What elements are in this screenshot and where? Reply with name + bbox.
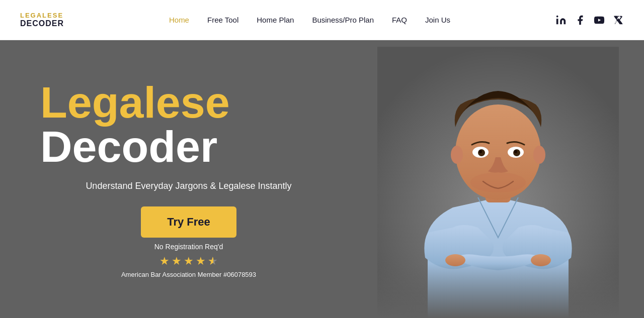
nav-home-plan[interactable]: Home Plan <box>257 16 294 24</box>
star-1: ★ <box>159 255 170 268</box>
hero-subtitle: Understand Everyday Jargons & Legalese I… <box>40 181 337 191</box>
hero-person-image <box>352 40 644 318</box>
hero-section: Legalese Decoder Understand Everyday Jar… <box>0 40 644 318</box>
star-2: ★ <box>172 255 182 268</box>
hero-content: Legalese Decoder Understand Everyday Jar… <box>0 40 367 318</box>
nav-business-plan[interactable]: Business/Pro Plan <box>312 16 374 24</box>
star-rating: ★ ★ ★ ★ ★ ★ <box>159 255 218 268</box>
hero-title: Legalese Decoder <box>40 80 337 169</box>
nav-free-tool[interactable]: Free Tool <box>207 16 238 24</box>
logo-top: LEGALESE <box>20 12 64 19</box>
star-4: ★ <box>196 255 206 268</box>
nav-join-us[interactable]: Join Us <box>425 16 450 24</box>
try-free-button[interactable]: Try Free <box>141 206 236 238</box>
twitter-icon[interactable] <box>613 15 624 26</box>
nav-links: Home Free Tool Home Plan Business/Pro Pl… <box>169 16 450 25</box>
facebook-icon[interactable] <box>575 15 586 26</box>
social-icons <box>555 15 624 26</box>
logo-bottom: DECODER <box>20 19 64 28</box>
svg-rect-16 <box>377 47 619 318</box>
no-registration-text: No Registration Req'd <box>154 243 223 251</box>
aba-membership-text: American Bar Association Member #0607859… <box>121 271 256 278</box>
hero-title-line1: Legalese <box>40 77 230 127</box>
navbar: LEGALESE DECODER Home Free Tool Home Pla… <box>0 0 644 40</box>
nav-faq[interactable]: FAQ <box>392 16 407 24</box>
logo[interactable]: LEGALESE DECODER <box>20 12 64 28</box>
svg-point-0 <box>556 15 558 17</box>
star-3: ★ <box>184 255 194 268</box>
nav-home[interactable]: Home <box>169 16 189 24</box>
hero-title-line2: Decoder <box>40 122 217 171</box>
star-half: ★ ★ <box>208 255 218 268</box>
linkedin-icon[interactable] <box>555 15 567 26</box>
youtube-icon[interactable] <box>594 15 605 26</box>
